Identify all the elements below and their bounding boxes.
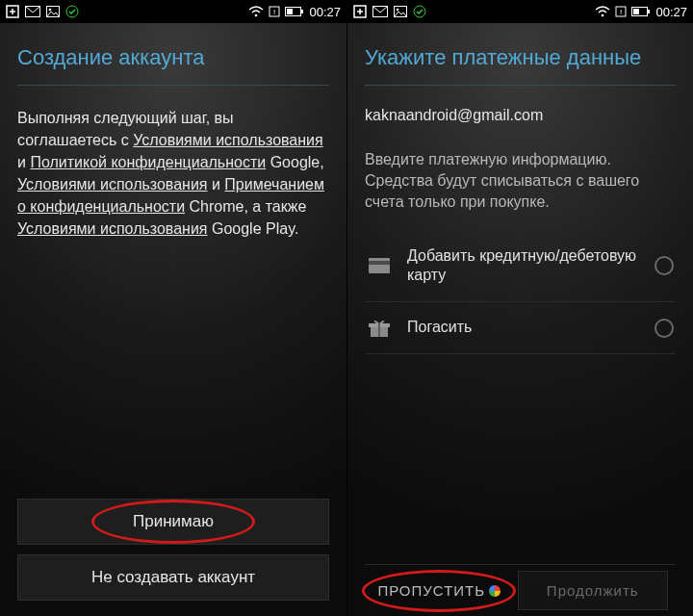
add-icon [353, 5, 367, 18]
card-icon [367, 258, 392, 273]
link-play-terms[interactable]: Условиями использования [17, 220, 208, 237]
svg-rect-22 [369, 258, 390, 273]
svg-text:!: ! [620, 8, 622, 16]
option-add-card[interactable]: Добавить кредитную/дебетовую карту [365, 231, 676, 303]
check-circle-icon [413, 5, 426, 18]
svg-point-5 [255, 14, 258, 17]
svg-point-3 [49, 9, 52, 12]
account-email: kaknaandroid@gmail.com [365, 107, 676, 124]
image-icon [394, 6, 407, 17]
info-text: Введите платежную информацию. Средства б… [365, 149, 676, 214]
link-terms-of-service[interactable]: Условиями использования [133, 132, 323, 148]
signal-icon: ! [269, 6, 280, 17]
image-icon [46, 6, 60, 17]
link-chrome-terms[interactable]: Условиями использования [17, 176, 208, 192]
wifi-icon [248, 6, 264, 17]
skip-button[interactable]: ПРОПУСТИТЬ [365, 565, 514, 616]
wifi-icon [595, 6, 610, 17]
svg-rect-20 [648, 10, 650, 13]
svg-rect-9 [301, 10, 303, 13]
svg-rect-23 [369, 261, 390, 265]
radio-button[interactable] [654, 256, 674, 275]
mail-icon [372, 6, 388, 17]
link-privacy-policy[interactable]: Политикой конфиденциальности [30, 154, 266, 170]
battery-icon [631, 6, 651, 17]
status-bar: ! 00:27 [0, 0, 346, 23]
battery-icon [285, 6, 304, 17]
check-circle-icon [65, 5, 79, 18]
page-title: Создание аккаунта [17, 44, 329, 86]
svg-rect-21 [633, 9, 639, 14]
svg-text:!: ! [273, 8, 275, 16]
radio-button[interactable] [654, 319, 674, 338]
screen-payment-info: ! 00:27 Укажите платежные данные kaknaan… [346, 0, 693, 616]
screen-create-account: ! 00:27 Создание аккаунта Выполняя следу… [0, 0, 346, 616]
add-icon [6, 5, 19, 18]
google-icon [489, 585, 500, 597]
option-redeem[interactable]: Погасить [365, 302, 676, 354]
svg-point-16 [602, 14, 604, 17]
status-bar: ! 00:27 [347, 0, 693, 23]
mail-icon [25, 6, 40, 17]
svg-rect-26 [378, 323, 380, 337]
svg-point-14 [397, 9, 399, 12]
signal-icon: ! [615, 6, 627, 17]
gift-icon [367, 319, 392, 338]
clock-text: 00:27 [309, 5, 341, 19]
page-title: Укажите платежные данные [365, 44, 676, 86]
continue-button[interactable]: Продолжить [518, 571, 669, 610]
terms-paragraph: Выполняя следующий шаг, вы соглашаетесь … [17, 107, 329, 241]
svg-rect-10 [287, 9, 293, 14]
accept-button[interactable]: Принимаю [17, 499, 329, 545]
decline-button[interactable]: Не создавать аккаунт [17, 554, 329, 601]
clock-text: 00:27 [655, 5, 687, 19]
